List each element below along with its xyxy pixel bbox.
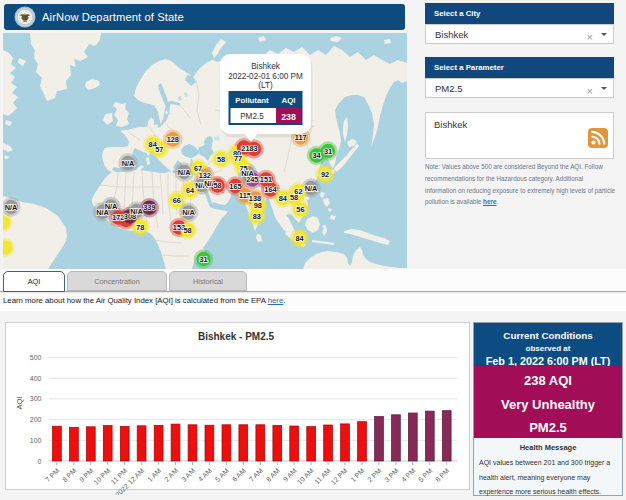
svg-text:0: 0 — [38, 458, 42, 465]
svg-text:Bishkek - PM2.5: Bishkek - PM2.5 — [198, 331, 275, 342]
svg-text:200: 200 — [30, 416, 42, 423]
svg-text:3 PM: 3 PM — [383, 467, 400, 484]
svg-text:N/A: N/A — [305, 184, 318, 193]
svg-text:83: 83 — [253, 212, 261, 221]
svg-text:2183: 2183 — [241, 144, 257, 153]
svg-text:245: 245 — [246, 175, 258, 184]
svg-text:N/A: N/A — [122, 159, 135, 168]
svg-text:238: 238 — [281, 112, 296, 122]
svg-text:10 AM: 10 AM — [296, 467, 315, 486]
svg-text:2 AM: 2 AM — [163, 467, 179, 483]
svg-text:300: 300 — [30, 395, 42, 402]
svg-text:64: 64 — [186, 186, 195, 195]
svg-text:34: 34 — [312, 151, 321, 160]
svg-text:84: 84 — [295, 234, 304, 243]
svg-text:84: 84 — [279, 194, 288, 203]
svg-text:AQI: AQI — [15, 397, 24, 410]
svg-text:12 PM: 12 PM — [329, 467, 348, 486]
svg-text:2 PM: 2 PM — [366, 467, 383, 484]
svg-text:N/A: N/A — [178, 168, 191, 177]
svg-text:N/A: N/A — [182, 208, 195, 217]
svg-text:5 PM: 5 PM — [417, 467, 434, 484]
svg-text:165: 165 — [229, 182, 241, 191]
svg-text:PM2.5: PM2.5 — [240, 112, 264, 121]
svg-text:8 AM: 8 AM — [265, 467, 281, 483]
svg-text:AQI: AQI — [282, 96, 296, 105]
svg-text:8 PM: 8 PM — [61, 467, 78, 484]
svg-text:128: 128 — [167, 135, 179, 144]
svg-text:172: 172 — [112, 213, 124, 222]
svg-text:1 PM: 1 PM — [349, 467, 366, 484]
svg-text:62: 62 — [294, 187, 302, 196]
svg-text:56: 56 — [296, 205, 304, 214]
svg-text:57: 57 — [155, 145, 163, 154]
svg-text:1 AM: 1 AM — [146, 467, 162, 483]
svg-text:N/A: N/A — [5, 203, 18, 212]
svg-text:58: 58 — [213, 181, 221, 190]
svg-text:339: 339 — [143, 203, 155, 212]
svg-text:31: 31 — [199, 255, 207, 264]
svg-text:6 PM: 6 PM — [434, 467, 451, 484]
svg-text:58: 58 — [183, 226, 191, 235]
svg-text:78: 78 — [136, 223, 144, 232]
svg-text:11 AM: 11 AM — [313, 467, 332, 486]
svg-text:7 AM: 7 AM — [248, 467, 264, 483]
svg-text:500: 500 — [30, 354, 42, 361]
svg-text:400: 400 — [30, 375, 42, 382]
svg-text:N/A: N/A — [105, 202, 118, 211]
svg-text:92: 92 — [321, 170, 329, 179]
svg-text:7 PM: 7 PM — [44, 467, 61, 484]
svg-text:10 PM: 10 PM — [92, 467, 111, 486]
svg-text:Pollutant: Pollutant — [235, 96, 269, 105]
svg-text:N/A: N/A — [130, 207, 143, 216]
svg-text:151: 151 — [260, 175, 272, 184]
svg-text:2022-02-01 6:00 PM: 2022-02-01 6:00 PM — [228, 72, 303, 81]
svg-text:5 AM: 5 AM — [214, 467, 230, 483]
svg-text:77: 77 — [234, 154, 242, 163]
svg-text:Bishkek: Bishkek — [251, 62, 281, 71]
svg-text:(LT): (LT) — [258, 81, 273, 90]
svg-text:100: 100 — [30, 437, 42, 444]
svg-text:98: 98 — [254, 201, 262, 210]
svg-text:164: 164 — [264, 185, 277, 194]
svg-text:31: 31 — [324, 147, 332, 156]
svg-text:4 PM: 4 PM — [400, 467, 417, 484]
svg-text:58: 58 — [217, 155, 225, 164]
svg-text:4 AM: 4 AM — [197, 467, 213, 483]
svg-text:6 AM: 6 AM — [231, 467, 247, 483]
svg-text:3 AM: 3 AM — [180, 467, 196, 483]
svg-text:66: 66 — [173, 196, 181, 205]
